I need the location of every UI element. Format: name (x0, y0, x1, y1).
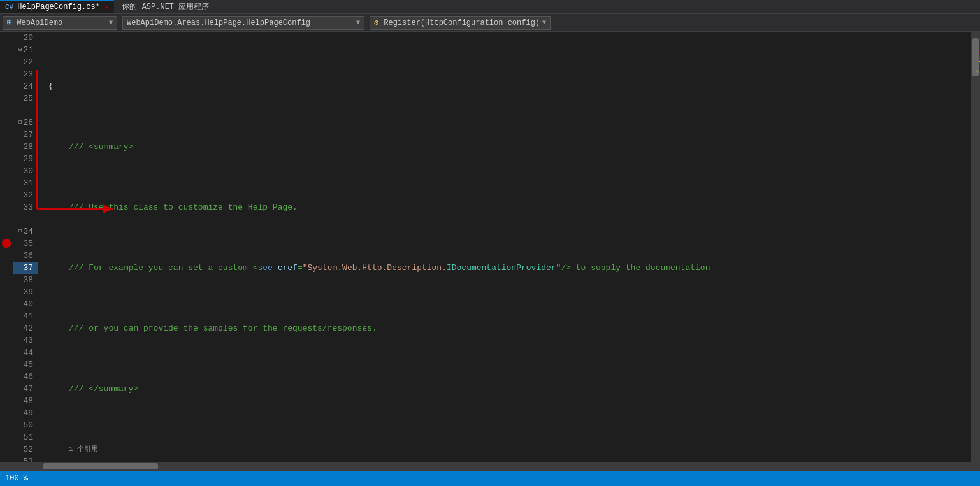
member-dropdown-arrow: ▼ (542, 19, 546, 26)
horizontal-scrollbar[interactable] (0, 462, 971, 471)
file-dropdown[interactable]: WebApiDemo.Areas.HelpPage.HelpPageConfig… (122, 16, 364, 30)
project-dropdown[interactable]: ⊞ WebApiDemo ▼ (3, 16, 117, 30)
line-num-30: 30 (13, 165, 38, 177)
line-num-20: 20 (13, 32, 38, 44)
line-num-37: 37 (13, 262, 38, 274)
line-num-43: 43 (13, 334, 38, 347)
code-line-20: { (48, 80, 971, 92)
tab-aspnet[interactable]: 你的 ASP.NET 应用程序 (117, 0, 214, 13)
file-name: WebApiDemo.Areas.HelpPage.HelpPageConfig (127, 18, 310, 27)
vertical-scrollbar[interactable]: ⚠ (971, 32, 980, 471)
editor-area: 20 ⊟21 22 23 24 25 ⊟26 27 28 29 30 31 32… (0, 32, 980, 471)
line-num-23: 23 (13, 68, 38, 80)
status-bar: 100 % (0, 471, 980, 486)
member-dropdown[interactable]: ⚙ Register(HttpConfiguration config) ▼ (370, 16, 551, 30)
line-num-22: 22 (13, 56, 38, 68)
line-num-25: 25 (13, 92, 38, 104)
line-num-26[interactable]: ⊟26 (13, 117, 38, 129)
line-numbers: 20 ⊟21 22 23 24 25 ⊟26 27 28 29 30 31 32… (13, 32, 43, 471)
project-icon: ⊞ (7, 18, 11, 27)
code-line-25: /// </summary> (48, 383, 971, 395)
zoom-level: 100 % (5, 474, 28, 483)
line-num-34[interactable]: ⊟34 (13, 225, 38, 238)
code-editor[interactable]: { /// <summary> /// Use this class to cu… (43, 32, 971, 471)
line-num-48: 48 (13, 395, 38, 407)
code-content: { /// <summary> /// Use this class to cu… (43, 32, 971, 471)
line-num-50: 50 (13, 419, 38, 431)
warning-indicator: ⚠ (975, 67, 979, 75)
ref-count-1 (13, 104, 38, 117)
file-dropdown-arrow: ▼ (356, 19, 360, 26)
line-num-33: 33 (13, 201, 38, 213)
ide-window: C# HelpPageConfig.cs* ✕ 你的 ASP.NET 应用程序 … (0, 0, 980, 486)
tab-label: HelpPageConfig.cs* (17, 3, 100, 11)
line-num-51: 51 (13, 431, 38, 443)
line-num-29: 29 (13, 153, 38, 165)
line-num-32: 32 (13, 189, 38, 201)
line-num-44: 44 (13, 347, 38, 359)
code-line-24: /// or you can provide the samples for t… (48, 322, 971, 334)
ref-count-2 (13, 213, 38, 225)
horizontal-scrollbar-thumb[interactable] (43, 463, 158, 469)
project-dropdown-arrow: ▼ (109, 19, 113, 26)
line-num-46: 46 (13, 371, 38, 383)
line-num-52: 52 (13, 443, 38, 455)
nav-bar: ⊞ WebApiDemo ▼ WebApiDemo.Areas.HelpPage… (0, 14, 980, 32)
line-num-39: 39 (13, 286, 38, 298)
code-line-21: /// <summary> (48, 141, 971, 153)
member-icon: ⚙ (374, 18, 378, 27)
title-bar: C# HelpPageConfig.cs* ✕ 你的 ASP.NET 应用程序 (0, 0, 980, 14)
line-num-38: 38 (13, 274, 38, 286)
line-num-21[interactable]: ⊟21 (13, 44, 38, 56)
line-num-47: 47 (13, 383, 38, 395)
breakpoint-gutter (0, 32, 13, 471)
line-num-27: 27 (13, 129, 38, 141)
tab2-label: 你的 ASP.NET 应用程序 (122, 1, 209, 12)
code-line-23: /// For example you can set a custom <se… (48, 262, 971, 274)
ref-count-row-1[interactable]: 1 个引用 (48, 443, 971, 455)
line-num-49: 49 (13, 407, 38, 419)
line-num-41: 41 (13, 310, 38, 322)
line-num-42: 42 (13, 322, 38, 334)
tab-helppage[interactable]: C# HelpPageConfig.cs* ✕ (0, 0, 114, 13)
line-num-40: 40 (13, 298, 38, 310)
modified-indicator: ✕ (105, 3, 110, 11)
breakpoint-marker (0, 239, 11, 248)
line-num-24: 24 (13, 80, 38, 92)
line-num-35: 35 (13, 238, 38, 250)
line-num-36: 36 (13, 250, 38, 262)
project-name: WebApiDemo (17, 18, 62, 27)
line-num-28: 28 (13, 141, 38, 153)
csharp-icon: C# (5, 3, 13, 11)
line-num-31: 31 (13, 177, 38, 189)
code-line-22: /// Use this class to customize the Help… (48, 201, 971, 213)
line-num-45: 45 (13, 359, 38, 371)
member-name: Register(HttpConfiguration config) (384, 18, 540, 27)
